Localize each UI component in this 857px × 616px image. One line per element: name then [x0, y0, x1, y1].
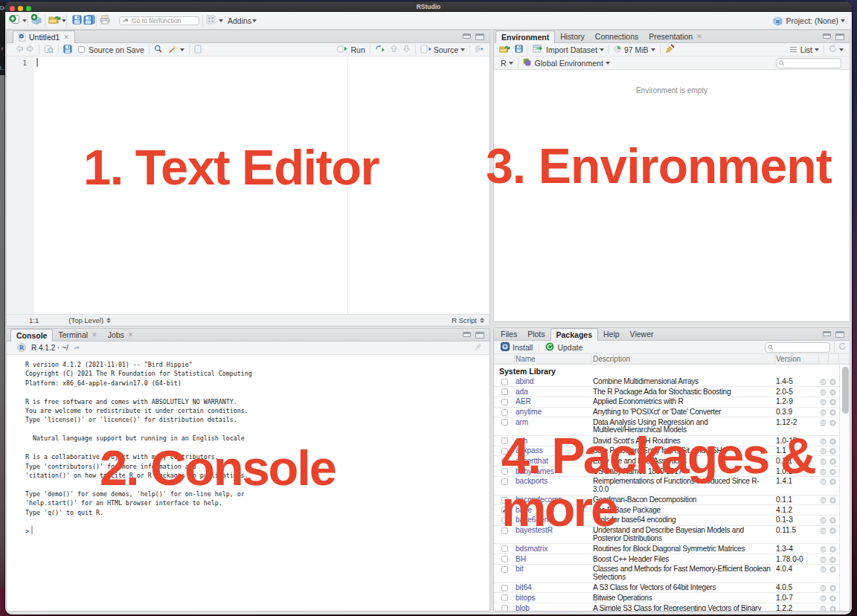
package-remove-icon[interactable]	[829, 556, 836, 565]
package-browse-icon[interactable]	[820, 566, 826, 575]
package-checkbox[interactable]	[501, 388, 508, 395]
run-icon[interactable]	[337, 45, 348, 54]
packages-search-input[interactable]	[765, 342, 830, 353]
package-checkbox[interactable]	[501, 605, 508, 611]
source-on-save-checkbox[interactable]	[78, 46, 85, 53]
tab-untitled1[interactable]: Untitled1 ✕	[13, 31, 75, 43]
maximize-pane-icon[interactable]	[835, 331, 844, 338]
package-name-link[interactable]: BH	[516, 556, 590, 564]
goto-file-input[interactable]: Go to file/function	[119, 16, 199, 25]
maximize-pane-icon[interactable]	[475, 33, 484, 40]
package-row[interactable]: bit Classes and Methods for Fast Memory-…	[494, 565, 840, 583]
package-browse-icon[interactable]	[820, 585, 826, 594]
print-icon[interactable]	[100, 14, 110, 28]
import-dataset-icon[interactable]	[533, 45, 543, 54]
package-remove-icon[interactable]	[829, 389, 836, 398]
addins-grid-dropdown[interactable]	[219, 19, 223, 22]
tab-environment[interactable]: Environment	[495, 31, 555, 43]
minimize-pane-icon[interactable]	[463, 33, 471, 39]
find-replace-icon[interactable]	[154, 45, 162, 54]
package-row[interactable]: abind Combine Multidimensional Arrays 1.…	[494, 377, 840, 388]
clear-console-icon[interactable]	[473, 343, 482, 353]
compile-report-icon[interactable]	[194, 45, 202, 55]
load-workspace-icon[interactable]	[499, 45, 510, 55]
tab-connections[interactable]: Connections	[590, 31, 643, 42]
source-icon[interactable]	[420, 45, 431, 55]
install-button[interactable]: Install	[513, 343, 533, 352]
package-name-link[interactable]: bdsmatrix	[516, 545, 590, 554]
scope-dropdown[interactable]	[606, 62, 610, 65]
package-checkbox[interactable]	[501, 556, 508, 562]
tab-files[interactable]: Files	[495, 328, 522, 340]
package-remove-icon[interactable]	[829, 585, 836, 594]
run-button[interactable]: Run	[350, 45, 365, 54]
file-type-indicator[interactable]: R Script	[452, 316, 477, 324]
package-checkbox[interactable]	[501, 545, 508, 552]
save-workspace-icon[interactable]	[515, 45, 523, 54]
open-in-new-window-icon[interactable]	[73, 344, 80, 353]
install-icon[interactable]	[501, 342, 510, 353]
package-browse-icon[interactable]	[820, 606, 826, 612]
package-checkbox[interactable]	[501, 379, 508, 385]
clear-objects-icon[interactable]	[665, 44, 675, 55]
scope-indicator[interactable]: (Top Level)	[68, 316, 103, 324]
package-name-link[interactable]: bit64	[516, 584, 590, 592]
package-browse-icon[interactable]	[820, 399, 826, 408]
package-checkbox[interactable]	[501, 409, 508, 416]
new-project-icon[interactable]	[31, 13, 42, 28]
scope-selector[interactable]: Global Environment	[535, 59, 603, 68]
open-in-new-window-icon[interactable]	[44, 45, 54, 55]
package-browse-icon[interactable]	[820, 546, 826, 555]
tab-history[interactable]: History	[555, 31, 590, 42]
tab-viewer[interactable]: Viewer	[625, 328, 659, 340]
column-header-version[interactable]: Version	[776, 355, 800, 363]
addins-dropdown[interactable]	[252, 19, 257, 22]
column-header-description[interactable]: Description	[593, 355, 630, 363]
language-dropdown[interactable]	[509, 62, 513, 65]
close-window-button[interactable]	[10, 6, 15, 11]
tab-jobs[interactable]: Jobs✕	[103, 329, 139, 341]
package-row[interactable]: BH Boost C++ Header Files 1.78.0-0	[494, 554, 840, 565]
package-name-link[interactable]: abind	[516, 378, 590, 386]
package-name-link[interactable]: ada	[516, 388, 590, 397]
maximize-window-button[interactable]	[26, 6, 31, 11]
package-name-link[interactable]: bitops	[516, 594, 590, 603]
update-button[interactable]: Update	[557, 343, 582, 352]
memory-usage-label[interactable]: 97 MiB	[624, 45, 649, 54]
package-checkbox[interactable]	[501, 566, 508, 573]
addins-button[interactable]: Addins	[228, 16, 251, 25]
package-name-link[interactable]: anytime	[516, 408, 590, 417]
tab-presentation[interactable]: Presentation✕	[643, 31, 707, 42]
minimize-window-button[interactable]	[18, 6, 23, 11]
package-remove-icon[interactable]	[829, 606, 836, 612]
minimize-pane-icon[interactable]	[463, 332, 471, 337]
package-row[interactable]: ada The R Package Ada for Stochastic Boo…	[494, 387, 840, 397]
package-browse-icon[interactable]	[820, 556, 826, 565]
source-button[interactable]: Source	[434, 45, 458, 54]
package-checkbox[interactable]	[501, 399, 508, 405]
forward-icon[interactable]	[26, 45, 34, 54]
go-to-previous-icon[interactable]	[390, 45, 398, 54]
memory-dropdown[interactable]	[651, 48, 655, 51]
close-tab-icon[interactable]: ✕	[92, 329, 97, 341]
language-selector[interactable]: R	[501, 59, 507, 68]
package-row[interactable]: anytime Anything to 'POSIXct' or 'Date' …	[494, 408, 840, 418]
refresh-dropdown[interactable]	[839, 48, 844, 51]
refresh-icon[interactable]	[838, 342, 847, 352]
import-dataset-dropdown[interactable]	[600, 48, 604, 51]
minimize-pane-icon[interactable]	[823, 33, 831, 39]
package-checkbox[interactable]	[501, 585, 508, 591]
tab-terminal[interactable]: Terminal✕	[53, 329, 102, 341]
package-name-link[interactable]: bit	[516, 565, 590, 574]
package-remove-icon[interactable]	[829, 595, 836, 604]
go-to-next-icon[interactable]	[402, 45, 411, 54]
code-tools-dropdown[interactable]	[180, 48, 184, 51]
source-with-echo-icon[interactable]	[475, 45, 484, 54]
save-icon[interactable]	[72, 14, 82, 28]
close-tab-icon[interactable]: ✕	[63, 31, 69, 43]
maximize-pane-icon[interactable]	[835, 33, 844, 40]
save-all-icon[interactable]	[83, 14, 95, 28]
package-checkbox[interactable]	[501, 419, 508, 426]
update-icon[interactable]	[545, 342, 554, 353]
package-remove-icon[interactable]	[829, 409, 836, 418]
